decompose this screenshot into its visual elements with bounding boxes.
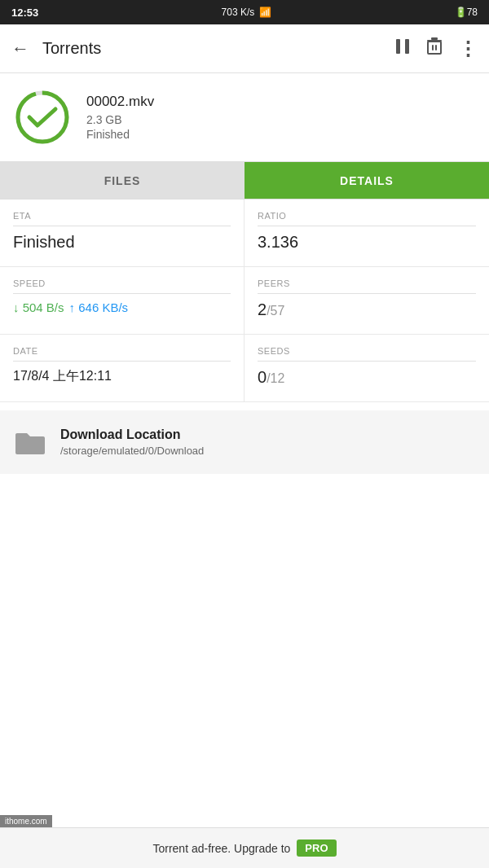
eta-cell: ETA Finished: [0, 199, 244, 267]
peers-connected: 2: [258, 300, 267, 318]
ratio-cell: RATIO 3.136: [244, 199, 489, 267]
tab-details[interactable]: DETAILS: [244, 162, 489, 199]
speed-display: 703 K/s: [222, 7, 255, 18]
download-location[interactable]: Download Location /storage/emulated/0/Do…: [0, 410, 489, 474]
page-title: Torrents: [42, 39, 394, 58]
date-cell: DATE 17/8/4 上午12:11: [0, 335, 244, 402]
peers-value: 2/57: [258, 300, 476, 319]
svg-rect-4: [435, 45, 437, 50]
svg-rect-6: [431, 37, 438, 40]
svg-rect-5: [427, 40, 442, 42]
peers-cell: PEERS 2/57: [244, 267, 489, 335]
delete-button[interactable]: [427, 37, 442, 59]
time-display: 12:53: [11, 7, 38, 19]
watermark: ithome.com: [0, 815, 52, 827]
back-button[interactable]: ←: [11, 38, 29, 59]
battery-area: 🔋78: [455, 7, 478, 18]
ratio-label: RATIO: [258, 211, 476, 226]
network-speed: 703 K/s 📶: [222, 7, 272, 18]
seeds-total: /12: [267, 371, 284, 385]
ad-text: Torrent ad-free. Upgrade to: [152, 842, 290, 855]
date-label: DATE: [13, 346, 231, 362]
pro-badge[interactable]: PRO: [297, 840, 336, 857]
details-grid: ETA Finished RATIO 3.136 SPEED ↓ 504 B/s…: [0, 199, 489, 402]
date-value: 17/8/4 上午12:11: [13, 368, 231, 385]
app-bar: ← Torrents ⋮: [0, 24, 489, 73]
more-options-button[interactable]: ⋮: [458, 39, 478, 59]
torrent-size: 2.3 GB: [86, 113, 154, 126]
seeds-value: 0/12: [258, 368, 476, 387]
status-bar: 12:53 703 K/s 📶 🔋78: [0, 0, 489, 24]
ad-banner: Torrent ad-free. Upgrade to PRO: [0, 827, 489, 868]
peers-label: PEERS: [258, 278, 476, 294]
peers-total: /57: [267, 304, 284, 318]
svg-rect-0: [396, 39, 400, 54]
svg-rect-3: [432, 45, 434, 50]
speed-up: ↑ 646 KB/s: [69, 300, 129, 314]
wifi-icon: 📶: [259, 7, 271, 18]
torrent-status: Finished: [86, 128, 154, 141]
battery-display: 🔋78: [455, 7, 478, 18]
location-path: /storage/emulated/0/Download: [60, 445, 204, 457]
torrent-info: 00002.mkv 2.3 GB Finished: [86, 94, 154, 141]
app-bar-actions: ⋮: [394, 37, 478, 59]
ratio-value: 3.136: [258, 233, 476, 252]
tab-files[interactable]: FILES: [0, 162, 244, 199]
tabs: FILES DETAILS: [0, 162, 489, 199]
speed-value: ↓ 504 B/s ↑ 646 KB/s: [13, 300, 231, 314]
eta-value: Finished: [13, 233, 231, 252]
svg-rect-1: [405, 39, 409, 54]
speed-label: SPEED: [13, 278, 231, 294]
torrent-name: 00002.mkv: [86, 94, 154, 110]
location-title: Download Location: [60, 427, 204, 442]
folder-icon: [13, 425, 47, 459]
torrent-header: 00002.mkv 2.3 GB Finished: [0, 73, 489, 162]
location-info: Download Location /storage/emulated/0/Do…: [60, 427, 204, 457]
progress-circle: [13, 88, 72, 147]
svg-point-8: [18, 93, 67, 142]
svg-rect-2: [428, 42, 441, 54]
speed-cell: SPEED ↓ 504 B/s ↑ 646 KB/s: [0, 267, 244, 335]
pause-button[interactable]: [394, 37, 411, 59]
speed-down: ↓ 504 B/s: [13, 300, 64, 314]
eta-label: ETA: [13, 211, 231, 226]
seeds-label: SEEDS: [258, 346, 476, 362]
seeds-connected: 0: [258, 368, 267, 386]
seeds-cell: SEEDS 0/12: [244, 335, 489, 402]
